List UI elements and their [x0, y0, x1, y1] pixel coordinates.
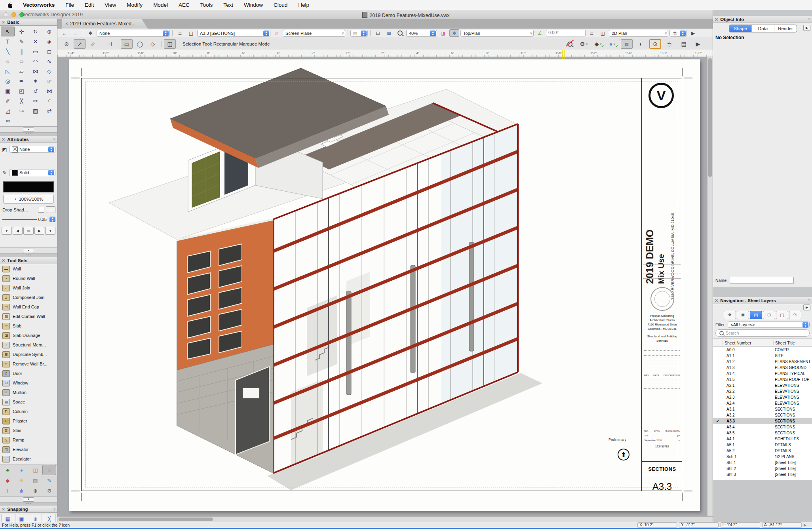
structural-toolset-icon[interactable]: I	[1, 485, 15, 496]
snap-loupe-icon[interactable]	[564, 39, 576, 49]
menu-help[interactable]: Help	[298, 2, 309, 8]
stepper-icon[interactable]: ▲▼	[430, 30, 436, 36]
clip-tool-icon[interactable]: ✂	[29, 96, 42, 106]
close-palette-icon[interactable]: ✕	[2, 20, 5, 25]
collapse-button[interactable]: ▼	[23, 249, 34, 253]
sheet-row-a3-3[interactable]: ✓A3.3SECTIONS	[713, 418, 812, 424]
regular-polygon-tool-icon[interactable]: ◇	[42, 66, 56, 76]
unified-view-icon[interactable]: ≣	[587, 29, 597, 37]
tab-render[interactable]: Render	[774, 25, 797, 32]
layer-options-icon[interactable]: ◫	[186, 29, 196, 37]
tool-duplicate-symb-[interactable]: ⊞Duplicate Symb...	[0, 350, 57, 359]
dims-notes-toolset-icon[interactable]: ✎	[42, 475, 56, 485]
double-line-tool-icon[interactable]: ∥	[15, 46, 29, 56]
rotation-field[interactable]: 0.00°	[546, 30, 586, 36]
tool-wall[interactable]: ▬Wall	[0, 264, 57, 274]
stepper-icon[interactable]: ▲▼	[163, 30, 169, 36]
drop-shadow-settings-button[interactable]: ...	[46, 206, 55, 213]
callout-tool-icon[interactable]: ✎	[15, 36, 29, 46]
reshape-tool-icon[interactable]: ▣	[1, 86, 15, 96]
sheet-row-a1-3[interactable]: A1.3PLANS GROUND	[713, 365, 812, 371]
selection-tool-icon[interactable]: ↖	[1, 27, 15, 36]
menu-text[interactable]: Text	[223, 2, 233, 8]
tool-slab-drainage[interactable]: ◪Slab Drainage	[0, 331, 57, 340]
furnishing-toolset-icon[interactable]: ▥	[29, 475, 42, 485]
menu-aec[interactable]: AEC	[179, 2, 190, 8]
forward-button[interactable]: →	[70, 29, 80, 37]
collapse-button[interactable]: ▼	[23, 497, 34, 502]
name-field[interactable]	[730, 277, 794, 284]
document-tab[interactable]: × 2019 Demo Features-Mixed...	[62, 19, 148, 29]
attr-prev-class-menu[interactable]: ▾	[2, 227, 12, 235]
single-object-interactive-scaling-mode-icon[interactable]: ↗	[74, 39, 86, 49]
sheet-row-a3-5[interactable]: A3.5SECTIONS	[713, 430, 812, 436]
sheet-row-a2-2[interactable]: A2.2ELEVATIONS	[713, 388, 812, 394]
mirror-tool-icon[interactable]: ⋈	[42, 86, 56, 96]
visualization-toolset-icon[interactable]: ☀	[15, 475, 29, 485]
rounded-rectangle-tool-icon[interactable]: ◻	[42, 46, 56, 56]
flyover-tool-icon[interactable]: ↻	[29, 27, 42, 36]
opacity-button[interactable]: ◔100%/100%	[3, 195, 54, 204]
extend-tool-icon[interactable]: ↪	[15, 106, 29, 116]
machine-design-toolset-icon[interactable]: ⊚	[29, 485, 42, 496]
tool-edit-curtain-wall[interactable]: ▨Edit Curtain Wall	[0, 312, 57, 321]
tool-stair[interactable]: ≣Stair	[0, 426, 57, 435]
palette-drag-dots[interactable]: • • •	[0, 254, 57, 257]
back-button[interactable]: ←	[59, 29, 69, 37]
polygon-tool-icon[interactable]: ▱	[15, 66, 29, 76]
vertical-scrollbar[interactable]	[707, 57, 713, 516]
close-palette-icon[interactable]: ✕	[2, 137, 5, 142]
fill-style-dropdown[interactable]: None ▲▼	[9, 146, 55, 153]
menu-file[interactable]: File	[65, 2, 74, 8]
help-icon[interactable]: ?	[808, 17, 810, 22]
text-tool-icon[interactable]: T	[1, 36, 15, 46]
menu-window[interactable]: Window	[244, 2, 263, 8]
rectangle-tool-icon[interactable]: ▭	[29, 46, 42, 56]
tool-remove-wall-br-[interactable]: ✂Remove Wall Br...	[0, 359, 57, 369]
3d-polygon-tool-icon[interactable]: ⋈	[29, 66, 42, 76]
snapping-settings-dropdown-icon[interactable]: ⚙∨	[578, 39, 590, 49]
tool-wall-end-cap[interactable]: ⊣Wall End Cap	[0, 302, 57, 312]
chamfer-tool-icon[interactable]: ◿	[1, 106, 15, 116]
fit-objects-icon[interactable]: ⊠	[384, 29, 394, 37]
contrast-display-toggle-icon[interactable]: ◐	[635, 39, 647, 49]
render-mode-dropdown[interactable]: ☕▲▼	[669, 30, 687, 37]
3d-modeling-toolset-icon[interactable]: ◆	[1, 475, 15, 485]
intersect-tool-icon[interactable]: ╳	[15, 96, 29, 106]
menu-modify[interactable]: Modify	[127, 2, 143, 8]
menu-view[interactable]: View	[105, 2, 116, 8]
zoom-level-dropdown[interactable]: 40%▲▼	[406, 30, 437, 37]
saved-views-tab-icon[interactable]: ❖	[724, 311, 736, 319]
multiple-object-interactive-scaling-mode-icon[interactable]: ⇗	[87, 39, 99, 49]
stepper-icon[interactable]: ▲▼	[48, 147, 54, 152]
document-checks-dropdown-icon[interactable]: ◆✓∨	[592, 39, 604, 49]
close-palette-icon[interactable]: ✕	[2, 507, 5, 512]
ellipse-tool-icon[interactable]: ○	[15, 56, 29, 66]
sheet-row-a2-3[interactable]: A2.3ELEVATIONS	[713, 394, 812, 400]
tool-slab[interactable]: ▱Slab	[0, 321, 57, 331]
stepper-icon[interactable]: ▲▼	[48, 170, 54, 175]
eyedropper-tool-icon[interactable]: ✒	[15, 76, 29, 86]
attr-prev-button[interactable]: ◀	[13, 227, 23, 235]
multiple-views-icon[interactable]: ◫	[598, 29, 608, 37]
help-icon[interactable]: ?	[53, 137, 55, 142]
tool-window[interactable]: ⊞Window	[0, 378, 57, 388]
pan-tool-icon[interactable]: ✛	[15, 27, 29, 36]
palette-flyout-button[interactable]: ▶	[803, 304, 810, 310]
polygon-marquee-mode-icon[interactable]: ◇	[147, 39, 159, 49]
wall-resize-mode-icon[interactable]: ⊣	[104, 39, 116, 49]
viewbar-overflow-button[interactable]: ▶	[688, 29, 698, 37]
render-teapot-icon[interactable]: ☕	[664, 39, 675, 49]
statusbar-expand-icon[interactable]: ▶	[804, 523, 806, 527]
zoom-tool-icon[interactable]	[395, 29, 405, 37]
viewports-tab-icon[interactable]: ⊞	[763, 311, 775, 319]
vertical-scroll-thumb[interactable]	[708, 58, 712, 177]
show-other-objects-toggle-icon[interactable]: ⊙	[649, 39, 661, 49]
sheet-row-a1-5[interactable]: A1.5PLANS ROOF TOP	[713, 377, 812, 382]
sheet-row-sht-2[interactable]: Sht-2[Sheet Title]	[713, 466, 812, 472]
attr-link-button[interactable]: ∞	[23, 227, 34, 235]
tool-round-wall[interactable]: ◗Round Wall	[0, 274, 57, 283]
flyover-icon[interactable]: ❖	[449, 29, 459, 37]
tool-elevator[interactable]: ◫Elevator	[0, 445, 57, 454]
palette-flyout-button[interactable]: ▶	[803, 25, 810, 31]
